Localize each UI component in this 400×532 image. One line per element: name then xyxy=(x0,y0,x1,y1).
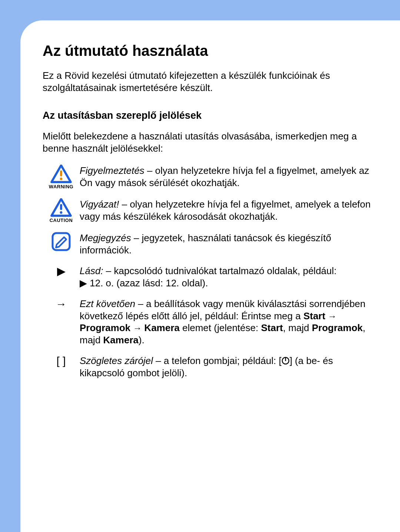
bracket-icon-col: [ ] xyxy=(43,355,80,367)
triangle-right-icon: ▶ xyxy=(43,265,80,277)
then-b6: Kamera xyxy=(103,334,139,346)
refer-term: Lásd: xyxy=(80,265,103,276)
bracket-pre: – a telefon gombjai; például: [ xyxy=(153,355,281,366)
then-term: Ezt követően xyxy=(80,298,135,309)
legend-row-warning: WARNING Figyelmeztetés – olyan helyzetek… xyxy=(43,165,378,189)
document-page: Az útmutató használata Ez a Rövid kezelé… xyxy=(20,20,400,532)
brackets-icon: [ ] xyxy=(43,355,80,367)
arrow-right-icon: → xyxy=(43,298,80,310)
legend-row-bracket: [ ] Szögletes zárójel – a telefon gombja… xyxy=(43,355,378,379)
refer-text: Lásd: – kapcsolódó tudnivalókat tartalma… xyxy=(80,265,378,289)
section-heading: Az utasításban szereplő jelölések xyxy=(43,110,378,121)
then-arrow2: → xyxy=(130,323,144,333)
warning-term: Figyelmeztetés xyxy=(80,165,144,176)
warning-icon xyxy=(50,165,72,183)
power-icon xyxy=(281,357,290,365)
then-b4: Start xyxy=(261,322,283,333)
bracket-text: Szögletes zárójel – a telefon gombjai; p… xyxy=(80,355,378,379)
svg-rect-2 xyxy=(60,204,62,210)
then-b2: Programok xyxy=(80,322,130,333)
then-mid1: elemet (jelentése: xyxy=(180,322,261,333)
note-icon-col xyxy=(43,232,80,251)
legend-row-caution: CAUTION Vigyázat! – olyan helyzetekre hí… xyxy=(43,198,378,223)
svg-point-1 xyxy=(60,178,63,180)
then-icon-col: → xyxy=(43,298,80,310)
note-term: Megjegyzés xyxy=(80,232,131,243)
caution-term: Vigyázat! xyxy=(80,199,119,210)
legend-row-refer: ▶ Lásd: – kapcsolódó tudnivalókat tartal… xyxy=(43,265,378,289)
then-mid2: , majd xyxy=(283,322,312,333)
refer-example: ▶ 12. o. (azaz lásd: 12. oldal). xyxy=(80,277,208,289)
then-b5: Programok xyxy=(312,322,363,333)
caution-icon xyxy=(50,198,72,217)
bracket-term: Szögletes zárójel xyxy=(80,355,153,366)
refer-icon-col: ▶ xyxy=(43,265,80,277)
legend-row-note: Megjegyzés – jegyzetek, használati tanác… xyxy=(43,232,378,256)
svg-rect-0 xyxy=(60,170,62,176)
caution-text: Vigyázat! – olyan helyzetekre hívja fel … xyxy=(80,198,378,222)
warning-label: WARNING xyxy=(49,184,73,189)
svg-rect-4 xyxy=(53,233,70,250)
then-b3: Kamera xyxy=(144,322,180,333)
caution-desc: – olyan helyzetekre hívja fel a figyelme… xyxy=(80,199,371,222)
svg-point-3 xyxy=(60,211,63,214)
legend-row-then: → Ezt követően – a beállítások vagy menü… xyxy=(43,298,378,346)
section-lead: Mielőtt belekezdene a használati utasítá… xyxy=(43,130,378,154)
caution-icon-col: CAUTION xyxy=(43,198,80,223)
intro-paragraph: Ez a Rövid kezelési útmutató kifejezette… xyxy=(43,70,378,94)
then-b1: Start xyxy=(303,310,325,321)
then-end: ). xyxy=(139,334,144,346)
warning-icon-col: WARNING xyxy=(43,165,80,189)
page-title: Az útmutató használata xyxy=(43,43,378,59)
note-text: Megjegyzés – jegyzetek, használati tanác… xyxy=(80,232,378,256)
caution-label: CAUTION xyxy=(50,218,73,223)
note-icon xyxy=(51,232,71,251)
then-text: Ezt követően – a beállítások vagy menük … xyxy=(80,298,378,346)
then-arrow1: → xyxy=(325,311,337,321)
refer-desc: – kapcsolódó tudnivalókat tartalmazó old… xyxy=(103,265,337,276)
warning-text: Figyelmeztetés – olyan helyzetekre hívja… xyxy=(80,165,378,189)
